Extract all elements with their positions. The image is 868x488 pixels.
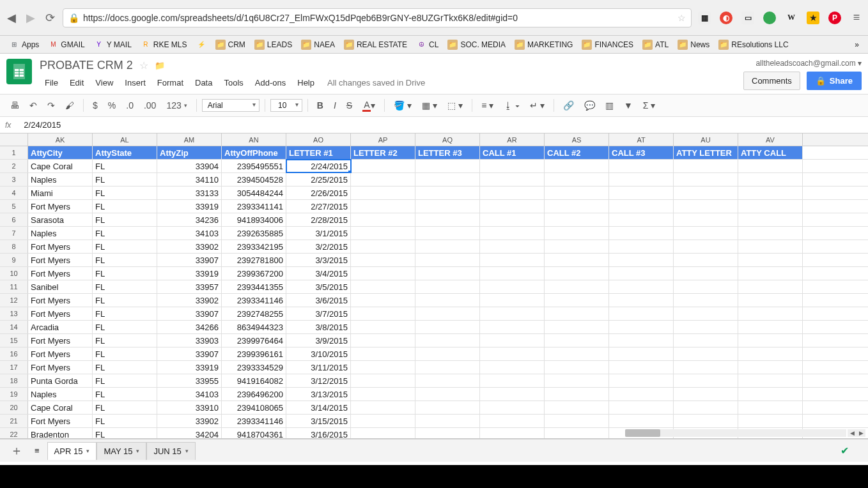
cell[interactable]	[545, 160, 609, 172]
cell[interactable]: 3/8/2015	[286, 321, 351, 333]
sheet-tab-menu-icon[interactable]: ▾	[185, 448, 189, 454]
chrome-menu-icon[interactable]: ≡	[850, 11, 863, 24]
format-currency-button[interactable]: $	[89, 98, 102, 113]
menu-insert[interactable]: Insert	[120, 76, 151, 89]
cell[interactable]	[738, 240, 803, 253]
cell[interactable]	[415, 173, 480, 186]
row-header-11[interactable]: 11	[0, 280, 28, 293]
cell[interactable]	[415, 213, 480, 226]
cell[interactable]	[545, 254, 609, 266]
cell[interactable]: Cape Coral	[28, 401, 93, 414]
cell[interactable]: FL	[93, 173, 157, 186]
sheet-tab-menu-icon[interactable]: ▾	[86, 448, 89, 454]
cell[interactable]	[674, 294, 738, 307]
cell[interactable]: 2393341146	[222, 415, 286, 427]
cell[interactable]	[609, 374, 674, 387]
cell[interactable]	[609, 200, 674, 213]
cell[interactable]	[351, 294, 415, 307]
font-family-select[interactable]: Arial	[202, 99, 260, 112]
cell[interactable]	[351, 401, 415, 414]
cell[interactable]	[415, 374, 480, 387]
cell[interactable]	[351, 267, 415, 280]
cell[interactable]	[351, 187, 415, 199]
cell[interactable]	[351, 254, 415, 266]
cell[interactable]: FL	[93, 415, 157, 427]
row-header-9[interactable]: 9	[0, 254, 28, 266]
cell[interactable]: 33907	[157, 254, 222, 266]
ext-icon-4[interactable]	[763, 11, 776, 24]
address-bar[interactable]: 🔒 https://docs.google.com/spreadsheets/d…	[63, 8, 692, 27]
cell[interactable]	[351, 240, 415, 253]
cell[interactable]: Fort Myers	[28, 334, 93, 347]
cell[interactable]	[609, 347, 674, 360]
cell[interactable]	[674, 173, 738, 186]
bookmark-atl[interactable]: 📁ATL	[639, 38, 672, 51]
cell[interactable]	[674, 187, 738, 199]
user-email[interactable]: alltheleadscoach@gmail.com ▾	[743, 59, 862, 68]
header-cell[interactable]: ATTY CALL	[738, 146, 803, 159]
cell[interactable]: Fort Myers	[28, 240, 93, 253]
sheets-logo-icon[interactable]	[6, 59, 32, 84]
cell[interactable]: 2395495551	[222, 160, 286, 172]
cell[interactable]: Naples	[28, 227, 93, 240]
cell[interactable]: Fort Myers	[28, 307, 93, 320]
cell[interactable]	[674, 254, 738, 266]
cell[interactable]	[480, 254, 545, 266]
cell[interactable]	[415, 160, 480, 172]
bookmark-marketing[interactable]: 📁MARKETING	[511, 38, 577, 51]
undo-icon[interactable]: ↶	[26, 98, 41, 113]
italic-button[interactable]: I	[330, 98, 340, 113]
cell[interactable]	[609, 334, 674, 347]
cell[interactable]	[738, 307, 803, 320]
cell[interactable]: Bradenton	[28, 428, 93, 439]
cell[interactable]	[674, 361, 738, 374]
cell[interactable]: 3/4/2015	[286, 267, 351, 280]
cell[interactable]: 3/10/2015	[286, 347, 351, 360]
cell[interactable]: 9419164082	[222, 374, 286, 387]
row-header-15[interactable]: 15	[0, 334, 28, 347]
cell[interactable]: 3/16/2015	[286, 428, 351, 439]
cell[interactable]: Fort Myers	[28, 415, 93, 427]
bookmark-news[interactable]: 📁News	[674, 38, 713, 51]
cell[interactable]	[545, 347, 609, 360]
header-cell[interactable]: AttyCity	[28, 146, 93, 159]
cell[interactable]	[674, 401, 738, 414]
cell[interactable]	[351, 361, 415, 374]
paint-format-icon[interactable]: 🖌	[61, 98, 78, 113]
row-header-7[interactable]: 7	[0, 227, 28, 240]
cell[interactable]: FL	[93, 200, 157, 213]
col-header-AU[interactable]: AU	[674, 133, 738, 146]
cell[interactable]	[415, 254, 480, 266]
cell[interactable]	[415, 361, 480, 374]
cell[interactable]	[415, 388, 480, 400]
cell[interactable]	[738, 254, 803, 266]
cell[interactable]	[415, 240, 480, 253]
cell[interactable]: FL	[93, 240, 157, 253]
cell[interactable]: Fort Myers	[28, 254, 93, 266]
borders-icon[interactable]: ▦ ▾	[418, 98, 441, 113]
cell[interactable]	[415, 267, 480, 280]
cell[interactable]	[480, 187, 545, 199]
cell[interactable]	[545, 321, 609, 333]
col-header-AV[interactable]: AV	[738, 133, 803, 146]
star-document-icon[interactable]: ☆	[139, 59, 148, 72]
cell[interactable]	[480, 347, 545, 360]
cell[interactable]	[674, 334, 738, 347]
cell[interactable]	[415, 227, 480, 240]
cell[interactable]	[545, 307, 609, 320]
header-cell[interactable]: CALL #3	[609, 146, 674, 159]
row-header-19[interactable]: 19	[0, 388, 28, 400]
increase-decimal-button[interactable]: .00	[140, 98, 160, 113]
menu-view[interactable]: View	[90, 76, 118, 89]
insert-comment-icon[interactable]: 💬	[580, 98, 599, 113]
header-cell[interactable]: CALL #1	[480, 146, 545, 159]
horizontal-align-icon[interactable]: ≡ ▾	[477, 98, 497, 113]
cell[interactable]	[480, 321, 545, 333]
horizontal-scrollbar[interactable]	[625, 429, 846, 437]
cell[interactable]	[545, 187, 609, 199]
spreadsheet-grid[interactable]: AKALAMANAOAPAQARASATAUAV 1AttyCityAttySt…	[0, 133, 868, 439]
insert-chart-icon[interactable]: ▥	[601, 98, 617, 113]
cell[interactable]: FL	[93, 267, 157, 280]
cell[interactable]	[545, 428, 609, 439]
cell[interactable]	[480, 294, 545, 307]
